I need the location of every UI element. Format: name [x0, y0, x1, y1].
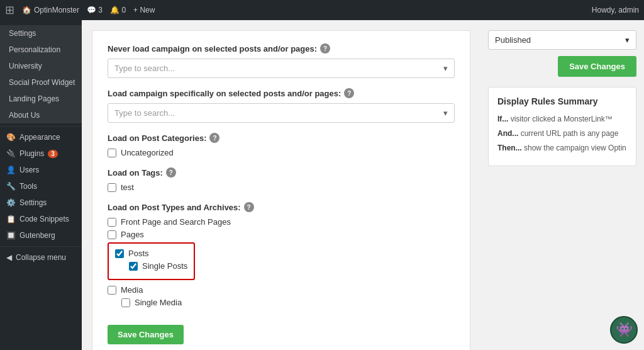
checkbox-media: Media [108, 285, 455, 295]
collapse-icon: ◀ [6, 253, 12, 262]
tools-icon: 🔧 [6, 182, 16, 191]
never-load-dropdown[interactable]: Type to search... ▾ [108, 59, 455, 78]
checkbox-uncategorized: Uncategorized [108, 148, 455, 157]
post-categories-help-icon[interactable]: ? [209, 133, 219, 143]
code-snippets-icon: 📋 [6, 215, 16, 223]
settings-icon: ⚙️ [6, 198, 16, 207]
admin-bar-comments[interactable]: 💬 3 [87, 6, 103, 14]
load-specific-help-icon[interactable]: ? [344, 88, 354, 98]
never-load-label: Never load campaign on selected posts an… [108, 43, 455, 54]
post-types-label: Load on Post Types and Archives: ? [108, 202, 455, 212]
rules-box: Display Rules Summary If... visitor clic… [488, 87, 636, 166]
admin-bar: ⊞ 🏠 OptinMonster 💬 3 🔔 0 + New Howdy, ad… [0, 0, 644, 20]
sidebar-item-landing-pages[interactable]: Landing Pages [0, 91, 82, 107]
checkbox-posts-input[interactable] [115, 249, 124, 258]
never-load-section: Never load campaign on selected posts an… [108, 43, 455, 78]
load-specific-label: Load campaign specifically on selected p… [108, 88, 455, 98]
gutenberg-icon: 🔲 [6, 231, 16, 240]
right-panel: Published ▾ Save Changes Display Rules S… [480, 20, 644, 350]
sidebar-item-settings-main[interactable]: ⚙️ Settings [0, 195, 82, 211]
plugins-icon: 🔌 [6, 149, 16, 158]
wp-logo-icon: ⊞ [5, 3, 14, 17]
sidebar-item-personalization[interactable]: Personalization [0, 42, 82, 58]
mascot-button[interactable]: 👾 [610, 316, 638, 344]
tags-help-icon[interactable]: ? [166, 167, 176, 178]
sidebar-item-tools[interactable]: 🔧 Tools [0, 178, 82, 195]
admin-bar-site[interactable]: 🏠 OptinMonster [22, 6, 79, 14]
checkbox-pages-input[interactable] [108, 230, 116, 239]
rule-if: If... visitor clicked a MonsterLink™ [497, 114, 627, 125]
sidebar-item-plugins[interactable]: 🔌 Plugins 3 [0, 145, 82, 162]
checkbox-test-tag: test [108, 183, 455, 192]
checkbox-front-page: Front Page and Search Pages [108, 217, 455, 227]
rules-title: Display Rules Summary [497, 96, 627, 106]
load-specific-placeholder: Type to search... [114, 108, 175, 118]
sidebar-separator-2 [0, 246, 82, 247]
load-specific-chevron-icon: ▾ [443, 108, 448, 118]
sidebar-item-appearance[interactable]: 🎨 Appearance [0, 129, 82, 145]
checkbox-pages: Pages [108, 230, 455, 239]
load-specific-dropdown[interactable]: Type to search... ▾ [108, 103, 455, 123]
post-types-section: Load on Post Types and Archives: ? Front… [108, 202, 455, 307]
settings-box: Never load campaign on selected posts an… [92, 30, 470, 350]
sidebar-item-about-us[interactable]: About Us [0, 107, 82, 123]
main-layout: Settings Personalization University Soci… [0, 20, 644, 350]
checkbox-single-posts: Single Posts [129, 261, 187, 271]
appearance-icon: 🎨 [6, 133, 16, 142]
posts-highlight-box: Posts Single Posts [108, 242, 195, 280]
users-icon: 👤 [6, 166, 16, 174]
tags-section: Load on Tags: ? test [108, 167, 455, 192]
sidebar-item-code-snippets[interactable]: 📋 Code Snippets [0, 211, 82, 227]
main-panel: Never load campaign on selected posts an… [82, 20, 480, 350]
save-changes-bottom-button[interactable]: Save Changes [108, 325, 184, 344]
status-dropdown[interactable]: Published ▾ [488, 30, 636, 50]
checkbox-single-media-input[interactable] [121, 298, 130, 307]
plugins-badge: 3 [48, 150, 58, 158]
sidebar-separator-1 [0, 126, 82, 127]
save-changes-right-button[interactable]: Save Changes [558, 56, 636, 77]
sidebar-item-collapse[interactable]: ◀ Collapse menu [0, 249, 82, 266]
status-chevron-icon: ▾ [625, 35, 630, 45]
load-specific-section: Load campaign specifically on selected p… [108, 88, 455, 123]
om-subnav: Settings Personalization University Soci… [0, 25, 82, 123]
rule-then: Then... show the campaign view Optin [497, 143, 627, 154]
sidebar-item-social-proof[interactable]: Social Proof Widget [0, 74, 82, 91]
admin-bar-howdy: Howdy, admin [592, 6, 639, 14]
sidebar: Settings Personalization University Soci… [0, 20, 82, 350]
checkbox-posts: Posts [115, 249, 187, 258]
checkbox-single-media: Single Media [121, 298, 455, 307]
content-area: Never load campaign on selected posts an… [82, 20, 644, 350]
tags-label: Load on Tags: ? [108, 167, 455, 178]
rule-and: And... current URL path is any page [497, 128, 627, 139]
post-categories-section: Load on Post Categories: ? Uncategorized [108, 133, 455, 157]
checkbox-test-tag-input[interactable] [108, 183, 116, 192]
admin-bar-new[interactable]: + New [133, 6, 155, 14]
checkbox-front-page-input[interactable] [108, 218, 116, 227]
checkbox-single-posts-input[interactable] [129, 262, 138, 271]
never-load-help-icon[interactable]: ? [320, 43, 330, 54]
sidebar-item-users[interactable]: 👤 Users [0, 162, 82, 178]
never-load-placeholder: Type to search... [114, 64, 175, 73]
checkbox-uncategorized-input[interactable] [108, 149, 116, 157]
post-types-help-icon[interactable]: ? [244, 202, 254, 212]
never-load-chevron-icon: ▾ [443, 64, 448, 73]
admin-bar-notices[interactable]: 🔔 0 [110, 6, 126, 14]
sidebar-item-gutenberg[interactable]: 🔲 Gutenberg [0, 227, 82, 244]
checkbox-media-input[interactable] [108, 286, 116, 295]
home-icon: 🏠 [22, 6, 31, 14]
post-categories-label: Load on Post Categories: ? [108, 133, 455, 143]
status-label: Published [495, 35, 531, 45]
sidebar-item-university[interactable]: University [0, 58, 82, 74]
sidebar-item-settings[interactable]: Settings [0, 25, 82, 42]
